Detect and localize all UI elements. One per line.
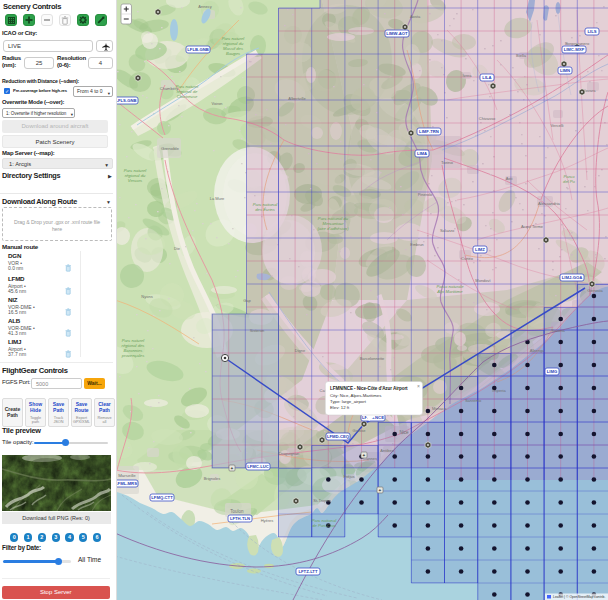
svg-text:LIMF-TRN: LIMF-TRN (419, 129, 439, 134)
svg-text:Pinerolo: Pinerolo (418, 192, 433, 197)
svg-text:Voiron: Voiron (212, 102, 223, 106)
svg-text:Sanremo: Sanremo (465, 398, 482, 403)
svg-text:LFMC-LUC: LFMC-LUC (247, 464, 269, 469)
svg-text:Acqui Terme: Acqui Terme (521, 224, 544, 229)
svg-text:St-Tropez: St-Tropez (313, 498, 330, 503)
svg-text:Torino: Torino (441, 160, 454, 165)
svg-text:Type: large_airport: Type: large_airport (330, 399, 367, 404)
svg-text:Grasse: Grasse (353, 428, 367, 433)
svg-text:LFLS-GNB: LFLS-GNB (117, 98, 137, 103)
svg-text:Nyons: Nyons (141, 294, 152, 299)
svg-text:✦: ✦ (362, 453, 366, 458)
svg-text:LFLB-GNB: LFLB-GNB (187, 47, 208, 52)
svg-text:provençales: provençales (121, 353, 145, 358)
svg-text:LILA: LILA (482, 75, 491, 80)
svg-text:Barcelonnette: Barcelonnette (360, 356, 385, 361)
svg-text:Imperia: Imperia (492, 388, 506, 393)
svg-text:Aosta: Aosta (410, 14, 421, 19)
svg-text:Gap: Gap (243, 298, 251, 303)
svg-text:LIMC-MXP: LIMC-MXP (564, 47, 585, 52)
svg-text:Albenga: Albenga (530, 348, 545, 353)
svg-text:Bauges: Bauges (226, 51, 241, 56)
svg-text:LFTH-TLN: LFTH-TLN (230, 516, 250, 521)
svg-text:Cuneo: Cuneo (461, 256, 474, 261)
svg-text:Savona: Savona (551, 328, 565, 333)
svg-text:Die: Die (174, 246, 181, 251)
svg-text:✦: ✦ (378, 488, 382, 493)
svg-text:LIMJ-GOA: LIMJ-GOA (562, 275, 582, 280)
svg-text:Asti: Asti (506, 176, 513, 181)
svg-text:Albertville: Albertville (288, 96, 306, 101)
svg-text:City: Nice, Alpes-Maritimes: City: Nice, Alpes-Maritimes (330, 393, 381, 398)
svg-text:Vercelli: Vercelli (551, 123, 564, 128)
svg-text:LFTZ-LTT: LFTZ-LTT (299, 569, 318, 574)
svg-text:Elev: 12 ft: Elev: 12 ft (330, 405, 350, 410)
svg-text:Fréjus: Fréjus (343, 474, 354, 479)
svg-text:del Po: del Po (563, 179, 576, 184)
svg-text:Vercors: Vercors (128, 178, 143, 183)
svg-text:de Port-Cros: de Port-Cros (312, 523, 337, 528)
svg-text:LIMZ: LIMZ (475, 247, 485, 252)
svg-text:Alessandria: Alessandria (538, 201, 561, 206)
svg-text:LIMN: LIMN (560, 68, 570, 73)
svg-text:Grenoble: Grenoble (161, 146, 180, 151)
svg-text:Saluzzo: Saluzzo (440, 228, 455, 233)
svg-text:Nice: Nice (399, 430, 408, 435)
svg-text:Hyères: Hyères (261, 518, 274, 523)
svg-text:LIMW-AOT: LIMW-AOT (386, 31, 408, 36)
svg-text:Embrun: Embrun (410, 243, 423, 247)
svg-text:Annecy: Annecy (198, 4, 211, 9)
svg-text:Alpi Marittime: Alpi Marittime (436, 289, 463, 294)
svg-text:LFML-MRS: LFML-MRS (117, 481, 137, 486)
svg-text:Mondovì: Mondovì (475, 278, 490, 283)
svg-text:des Écrins: des Écrins (255, 207, 275, 212)
svg-text:Chartreuse: Chartreuse (177, 94, 198, 99)
svg-text:LIMA: LIMA (417, 151, 427, 156)
svg-text:(aire d'adhésion): (aire d'adhésion) (317, 226, 349, 231)
svg-text:Genova: Genova (587, 288, 603, 293)
svg-text:LIMG: LIMG (547, 369, 557, 374)
svg-text:La Mure: La Mure (210, 196, 225, 201)
svg-text:Monaco: Monaco (432, 406, 447, 411)
svg-text:LFMN/NCE - Nice-Côte d'Azur Ai: LFMN/NCE - Nice-Côte d'Azur Airport (330, 386, 408, 391)
svg-text:Leaflet | © OpenStreetMap cont: Leaflet | © OpenStreetMap contrib. (553, 595, 605, 599)
svg-text:Sisteron: Sisteron (250, 328, 265, 333)
svg-text:Ivrea: Ivrea (463, 73, 473, 78)
svg-text:Digne: Digne (295, 348, 306, 353)
svg-text:Chivasso: Chivasso (479, 116, 496, 121)
svg-text:Biella: Biella (516, 53, 527, 58)
svg-text:Antibes: Antibes (380, 448, 393, 453)
svg-text:LILS: LILS (587, 29, 596, 34)
svg-text:Marseille: Marseille (118, 473, 136, 478)
svg-text:Toulon: Toulon (230, 509, 244, 514)
svg-text:✦: ✦ (230, 466, 234, 471)
svg-text:Brignoles: Brignoles (204, 476, 221, 481)
svg-text:LFMD-CEQ: LFMD-CEQ (327, 434, 350, 439)
svg-text:Chambéry: Chambéry (160, 86, 178, 91)
svg-text:LFMQ-CTT: LFMQ-CTT (151, 495, 173, 500)
svg-text:Draguignan: Draguignan (279, 451, 300, 456)
svg-text:×: × (417, 383, 420, 389)
